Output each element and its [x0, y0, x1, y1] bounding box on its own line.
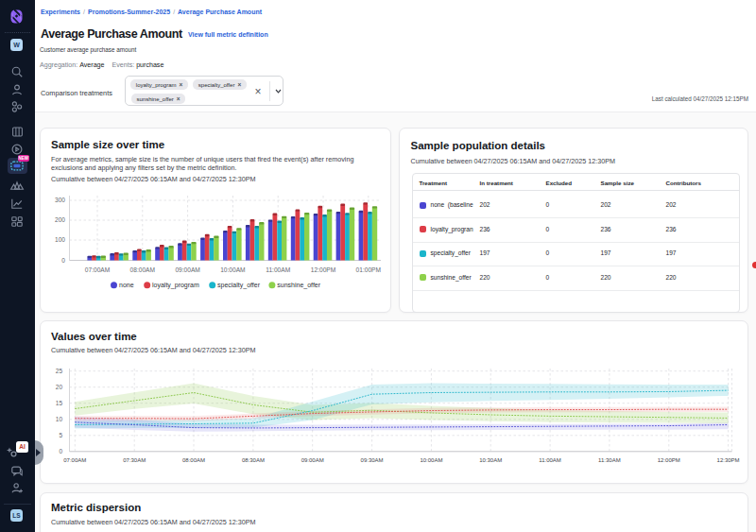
svg-text:10:00AM: 10:00AM: [420, 457, 442, 463]
svg-text:11:00AM: 11:00AM: [539, 457, 561, 463]
svg-text:08:00AM: 08:00AM: [182, 457, 205, 463]
svg-text:100: 100: [55, 236, 65, 243]
svg-text:none: none: [119, 282, 134, 288]
svg-text:08:30AM: 08:30AM: [242, 457, 265, 463]
svg-text:08:00AM: 08:00AM: [130, 266, 155, 273]
svg-text:300: 300: [55, 197, 65, 203]
svg-text:sunshine_offer: sunshine_offer: [277, 282, 320, 289]
svg-text:5: 5: [59, 432, 62, 438]
svg-text:12:00PM: 12:00PM: [658, 457, 680, 463]
svg-text:20: 20: [56, 384, 63, 390]
svg-text:12:00PM: 12:00PM: [311, 266, 335, 273]
svg-text:09:00AM: 09:00AM: [301, 457, 324, 463]
svg-text:0: 0: [59, 448, 62, 455]
svg-text:01:00PM: 01:00PM: [356, 266, 381, 273]
svg-text:07:30AM: 07:30AM: [123, 457, 146, 463]
svg-text:07:00AM: 07:00AM: [63, 457, 86, 463]
svg-text:specialty_offer: specialty_offer: [217, 282, 261, 289]
svg-text:10:30AM: 10:30AM: [479, 457, 502, 463]
svg-text:15: 15: [56, 400, 63, 406]
svg-text:25: 25: [56, 368, 63, 374]
svg-text:07:00AM: 07:00AM: [85, 266, 110, 273]
svg-text:200: 200: [55, 216, 65, 223]
svg-text:loyalty_program: loyalty_program: [152, 282, 199, 289]
svg-text:11:30AM: 11:30AM: [598, 457, 621, 463]
svg-text:11:00AM: 11:00AM: [266, 266, 290, 273]
svg-text:09:30AM: 09:30AM: [361, 457, 384, 463]
svg-text:0: 0: [61, 257, 65, 264]
svg-text:10:00AM: 10:00AM: [220, 266, 245, 273]
svg-text:09:00AM: 09:00AM: [175, 266, 199, 273]
svg-text:10: 10: [56, 416, 63, 422]
svg-text:12:30PM: 12:30PM: [717, 457, 740, 463]
